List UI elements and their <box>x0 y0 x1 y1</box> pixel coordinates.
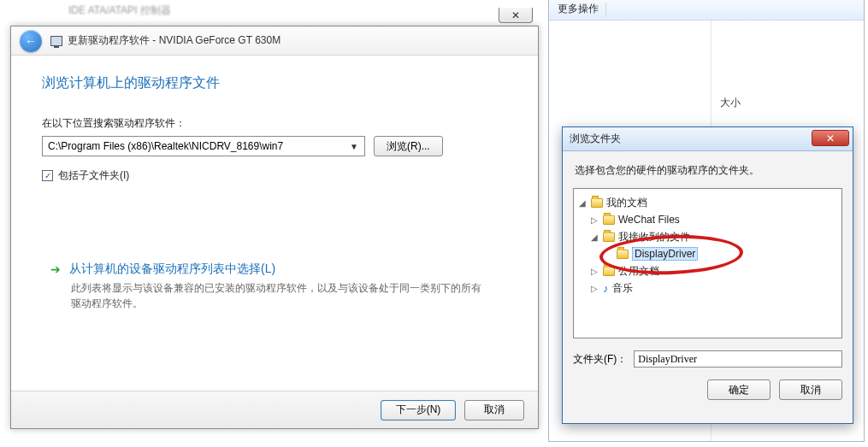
tree-label: WeChat Files <box>618 214 680 226</box>
browse-close-button[interactable]: ✕ <box>812 130 849 146</box>
expand-icon[interactable]: ▷ <box>589 267 599 276</box>
wizard-title: 更新驱动程序软件 - NVIDIA GeForce GT 630M <box>50 33 280 48</box>
update-driver-wizard: ✕ ← 更新驱动程序软件 - NVIDIA GeForce GT 630M 浏览… <box>10 26 539 429</box>
folder-tree[interactable]: ◢ 我的文档 ▷ WeChat Files ◢ 我接收到的文件 DisplayD… <box>573 188 842 338</box>
tree-label: 我接收到的文件 <box>618 230 690 244</box>
close-icon: ✕ <box>511 9 520 21</box>
back-arrow-icon: ← <box>25 34 37 48</box>
folder-icon <box>617 250 629 259</box>
monitor-icon <box>50 36 62 46</box>
path-label: 在以下位置搜索驱动程序软件： <box>42 116 507 131</box>
wizard-heading: 浏览计算机上的驱动程序文件 <box>42 74 507 92</box>
tree-item-selected[interactable]: DisplayDriver <box>603 245 838 262</box>
right-toolbar: 更多操作 <box>549 0 864 21</box>
next-button[interactable]: 下一步(N) <box>381 400 456 421</box>
wizard-title-text: 更新驱动程序软件 - NVIDIA GeForce GT 630M <box>68 33 280 48</box>
folder-name-row: 文件夹(F)： <box>563 344 853 371</box>
folder-icon <box>603 215 615 225</box>
wizard-footer: 下一步(N) 取消 <box>11 391 538 428</box>
expand-icon[interactable]: ▷ <box>589 284 599 293</box>
tree-item[interactable]: ▷ 公用文档 <box>589 262 838 279</box>
path-combobox[interactable]: ▼ <box>42 136 365 156</box>
browse-instruction: 选择包含您的硬件的驱动程序的文件夹。 <box>563 151 853 183</box>
collapse-icon[interactable]: ◢ <box>589 232 599 242</box>
ok-button[interactable]: 确定 <box>707 379 771 400</box>
tree-label: 音乐 <box>612 281 633 296</box>
tree-item[interactable]: ◢ 我接收到的文件 <box>589 228 838 245</box>
wizard-titlebar: ← 更新驱动程序软件 - NVIDIA GeForce GT 630M <box>11 26 538 56</box>
cancel-button[interactable]: 取消 <box>464 400 524 421</box>
collapse-icon[interactable]: ◢ <box>577 198 588 208</box>
folder-name-label: 文件夹(F)： <box>573 352 627 367</box>
chevron-down-icon[interactable]: ▼ <box>347 137 361 156</box>
folder-icon <box>591 198 603 208</box>
back-button[interactable]: ← <box>20 30 42 52</box>
browse-folder-dialog: 浏览文件夹 ✕ 选择包含您的硬件的驱动程序的文件夹。 ◢ 我的文档 ▷ WeCh… <box>562 126 853 424</box>
include-subfolders-checkbox[interactable]: ✓ <box>42 170 53 181</box>
browse-button[interactable]: 浏览(R)... <box>374 136 443 156</box>
folder-icon <box>603 232 615 242</box>
include-subfolders-row[interactable]: ✓ 包括子文件夹(I) <box>42 168 507 183</box>
arrow-right-icon: ➔ <box>50 262 61 276</box>
pick-from-list-option[interactable]: ➔ 从计算机的设备驱动程序列表中选择(L) 此列表将显示与该设备兼容的已安装的驱… <box>42 255 495 318</box>
tree-item[interactable]: ▷ WeChat Files <box>589 211 838 228</box>
tree-item[interactable]: ▷ ♪ 音乐 <box>589 279 838 297</box>
tree-label: 公用文档 <box>618 264 659 279</box>
browse-titlebar: 浏览文件夹 ✕ <box>563 127 853 151</box>
bg-ata-label: IDE ATA/ATAPI 控制器 <box>68 3 171 18</box>
menu-separator <box>605 3 606 16</box>
expand-icon[interactable]: ▷ <box>589 215 599 225</box>
browse-footer: 确定 取消 <box>563 371 853 409</box>
browse-title: 浏览文件夹 <box>570 132 621 146</box>
folder-name-input[interactable] <box>634 350 842 368</box>
size-column-header[interactable]: 大小 <box>720 96 741 110</box>
folder-icon <box>603 267 615 276</box>
path-input[interactable] <box>46 139 347 153</box>
pick-from-list-title: 从计算机的设备驱动程序列表中选择(L) <box>69 262 275 277</box>
pick-from-list-desc: 此列表将显示与该设备兼容的已安装的驱动程序软件，以及与该设备处于同一类别下的所有… <box>71 280 487 311</box>
close-icon: ✕ <box>826 132 835 144</box>
tree-label: DisplayDriver <box>632 247 698 261</box>
tree-item-root[interactable]: ◢ 我的文档 <box>577 194 838 211</box>
more-actions-menu[interactable]: 更多操作 <box>558 2 599 16</box>
tree-label: 我的文档 <box>606 196 647 210</box>
wizard-body: 浏览计算机上的驱动程序文件 在以下位置搜索驱动程序软件： ▼ 浏览(R)... … <box>11 56 538 318</box>
include-subfolders-label: 包括子文件夹(I) <box>58 168 129 183</box>
music-icon: ♪ <box>603 282 609 295</box>
window-close-button[interactable]: ✕ <box>499 8 533 23</box>
browse-cancel-button[interactable]: 取消 <box>779 379 842 400</box>
